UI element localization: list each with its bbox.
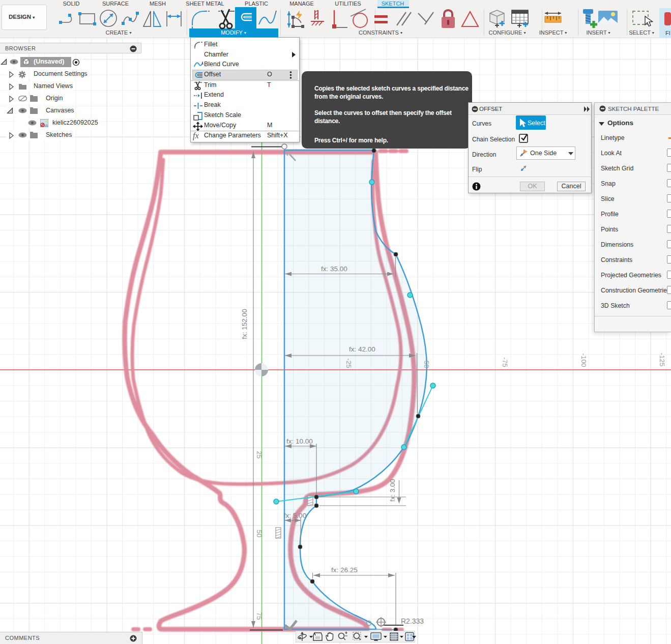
- svg-text:-125: -125: [658, 353, 666, 366]
- svg-text:-100: -100: [580, 353, 588, 367]
- svg-text:fx: 5.00: fx: 5.00: [284, 512, 306, 519]
- svg-text:R2.333: R2.333: [401, 617, 424, 625]
- svg-text:50: 50: [255, 530, 263, 537]
- svg-text:fx: 3.00: fx: 3.00: [389, 479, 396, 502]
- svg-text:75: 75: [255, 612, 263, 620]
- svg-text:25: 25: [255, 451, 263, 458]
- svg-text:fx: 10.00: fx: 10.00: [286, 437, 313, 445]
- svg-text:fx: 35.00: fx: 35.00: [321, 265, 347, 273]
- svg-text:fx: 26.25: fx: 26.25: [331, 566, 358, 574]
- svg-text:fx: 42.00: fx: 42.00: [349, 345, 375, 353]
- svg-text:-25: -25: [345, 358, 353, 368]
- svg-text:fx: 152.00: fx: 152.00: [241, 309, 248, 339]
- svg-text:-75: -75: [501, 357, 509, 367]
- svg-text:-50: -50: [423, 358, 430, 368]
